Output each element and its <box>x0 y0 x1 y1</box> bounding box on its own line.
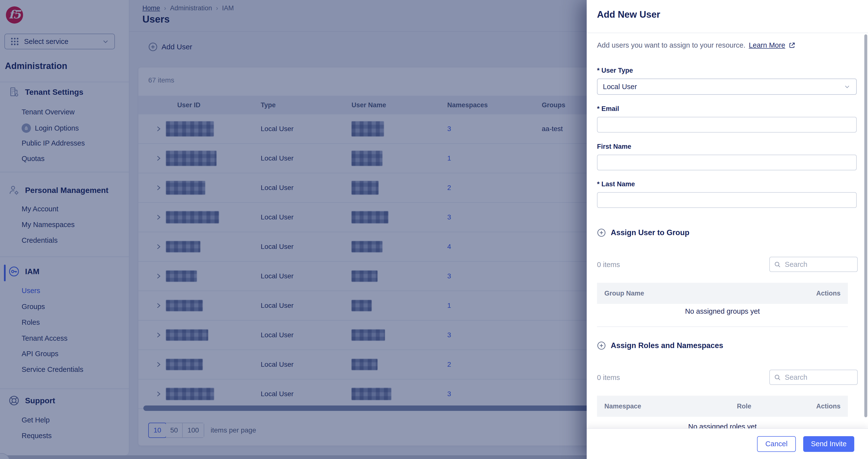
plus-circle-icon <box>597 341 606 350</box>
groups-search-input[interactable] <box>784 260 853 269</box>
plus-circle-icon <box>597 228 606 237</box>
groups-items-count: 0 items <box>597 261 620 269</box>
role-column: Role <box>737 402 751 410</box>
cancel-button[interactable]: Cancel <box>757 436 796 452</box>
app-screen: f5 Select service Administration Tenant … <box>0 0 868 459</box>
group-name-column: Group Name <box>604 289 644 297</box>
add-new-user-panel: Add New User Add users you want to assig… <box>587 0 868 459</box>
send-invite-button[interactable]: Send Invite <box>803 436 854 452</box>
chevron-down-icon <box>843 83 851 90</box>
roles-search-input[interactable] <box>784 373 853 382</box>
user-type-value: Local User <box>603 83 637 91</box>
groups-table-header: Group Name Actions <box>597 283 848 304</box>
vertical-scrollbar[interactable] <box>864 34 867 417</box>
assign-group-section-header[interactable]: Assign User to Group <box>597 228 689 237</box>
first-name-field[interactable] <box>597 155 857 170</box>
user-type-label: * User Type <box>597 67 633 74</box>
panel-title: Add New User <box>597 9 660 20</box>
last-name-field[interactable] <box>597 192 857 208</box>
panel-header-divider <box>587 33 868 33</box>
panel-description: Add users you want to assign to your res… <box>597 41 796 49</box>
panel-footer: Cancel Send Invite <box>587 428 868 459</box>
search-icon <box>774 373 781 381</box>
modal-backdrop[interactable] <box>0 0 587 459</box>
roles-items-count: 0 items <box>597 374 620 382</box>
namespace-column: Namespace <box>604 402 641 410</box>
external-link-icon[interactable] <box>788 42 796 49</box>
groups-empty-text: No assigned groups yet <box>597 307 848 315</box>
user-type-select[interactable]: Local User <box>597 79 857 95</box>
first-name-label: First Name <box>597 143 631 150</box>
email-field[interactable] <box>597 117 857 132</box>
email-label: * Email <box>597 105 619 113</box>
groups-search[interactable] <box>769 257 858 272</box>
learn-more-link[interactable]: Learn More <box>749 41 785 49</box>
search-icon <box>774 260 781 269</box>
actions-column: Actions <box>816 402 840 410</box>
roles-search[interactable] <box>769 370 858 385</box>
roles-table-header: Namespace Role Actions <box>597 396 848 417</box>
actions-column: Actions <box>816 289 840 297</box>
assign-roles-section-header[interactable]: Assign Roles and Namespaces <box>597 341 723 350</box>
last-name-label: * Last Name <box>597 180 635 188</box>
assign-group-heading: Assign User to Group <box>611 228 689 237</box>
assign-roles-heading: Assign Roles and Namespaces <box>611 341 723 350</box>
section-divider <box>597 327 848 327</box>
